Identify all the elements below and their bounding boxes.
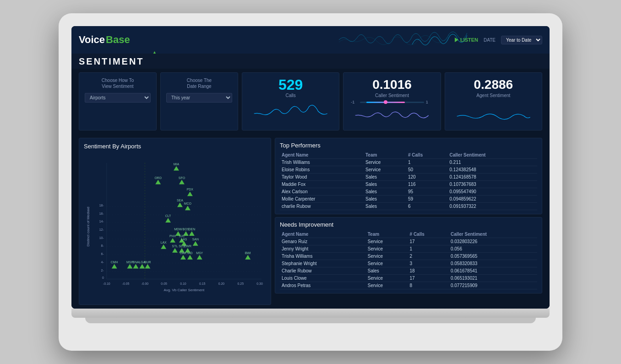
table-cell: 1 [408, 245, 449, 253]
logo-triangle-icon: ▲ [153, 50, 157, 54]
svg-text:ORD: ORD [154, 176, 161, 179]
ni-col-calls-header: # Calls [408, 231, 449, 238]
svg-text:BNA: BNA [132, 261, 139, 264]
svg-text:PDX: PDX [187, 188, 194, 191]
table-cell: 116 [406, 181, 448, 188]
caller-sentiment-card: 0.1016 Caller Sentiment -1 1 [343, 72, 441, 130]
choose-date-title: Choose The Date Range [166, 77, 232, 89]
svg-text:-0.10: -0.10 [103, 282, 110, 285]
svg-text:STL: STL [172, 244, 178, 248]
svg-marker-75 [245, 255, 251, 260]
table-cell: 120 [406, 174, 448, 181]
ni-col-caller-sentiment-header: Caller Sentiment [449, 231, 537, 238]
svg-text:DEN: DEN [188, 228, 195, 231]
table-cell: 0.065193021 [449, 275, 537, 282]
table-cell: 0.061678541 [449, 267, 537, 275]
header: VoiceBase ▲ LISTEN [71, 26, 550, 54]
table-cell: Mollie Carpenter [280, 196, 364, 203]
view-type-select[interactable]: Airports Agents Teams [85, 93, 151, 103]
table-cell: Service [366, 260, 408, 267]
calls-sparkline [248, 100, 333, 118]
wave-visualization [339, 26, 467, 54]
right-panel: Top Performers Agent Name Team # Calls C… [275, 138, 542, 305]
svg-text:EWR: EWR [184, 244, 191, 248]
table-cell: 0.056 [449, 245, 537, 253]
table-cell: Jenny Wright [280, 245, 366, 253]
svg-text:4-: 4- [101, 261, 104, 264]
svg-marker-81 [133, 264, 138, 269]
table-cell: 0.095547490 [448, 188, 538, 196]
scatter-chart-panel: Sentiment By Airports Distinct count of … [79, 138, 271, 305]
date-type-select[interactable]: This year Last year Last 6 months [166, 93, 232, 103]
svg-text:CMH: CMH [111, 261, 118, 264]
caller-sentiment-sparkline [349, 106, 435, 125]
svg-text:SEA: SEA [177, 199, 183, 202]
needs-improvement-panel: Needs Improvement Agent Name Team # Call… [275, 217, 542, 293]
table-row: Eloise RobinsService500.124382548 [280, 166, 537, 174]
table-row: Genaro RuizService170.032803226 [280, 238, 537, 245]
svg-text:0.25: 0.25 [238, 282, 244, 285]
caller-sentiment-label: Caller Sentiment [349, 93, 435, 98]
table-cell: Service [366, 245, 408, 253]
logo: VoiceBase ▲ [79, 34, 130, 46]
svg-text:-0.00: -0.00 [141, 282, 148, 285]
svg-text:18-: 18- [99, 204, 104, 207]
table-row: Andros PetrasService80.077215909 [280, 282, 537, 289]
col-team-header: Team [364, 152, 406, 159]
table-row: Mollie CarpenterSales590.094859622 [280, 196, 537, 203]
table-cell: Service [364, 166, 406, 174]
table-cell: Charlie Rubow [280, 267, 366, 275]
svg-text:2-: 2- [101, 269, 104, 272]
table-cell: Sales [364, 181, 406, 188]
svg-text:SFO: SFO [179, 176, 185, 179]
chart-title: Sentiment By Airports [84, 143, 266, 150]
table-cell: Stephanie Wright [280, 260, 366, 267]
table-cell: Service [366, 275, 408, 282]
col-agent-name-header: Agent Name [280, 152, 364, 159]
svg-marker-53 [170, 238, 175, 243]
table-cell: 18 [408, 267, 449, 275]
scatter-svg: Distinct count of Mediaid 0 2- 4- 6- 8- [84, 153, 266, 300]
table-cell: 0.107367683 [448, 181, 538, 188]
table-cell: Sales [364, 196, 406, 203]
top-performers-table: Agent Name Team # Calls Caller Sentiment… [280, 152, 537, 210]
svg-marker-37 [179, 180, 185, 185]
date-range-select[interactable]: Year to Date [501, 36, 542, 44]
svg-text:10-: 10- [99, 236, 104, 239]
caller-sentiment-slider: -1 1 [349, 100, 435, 104]
table-cell: 0.124168578 [448, 174, 538, 181]
table-cell: Maddie Fox [280, 181, 364, 188]
table-cell: 1 [406, 159, 448, 166]
svg-marker-83 [139, 264, 145, 269]
svg-text:MIA: MIA [174, 163, 180, 166]
svg-marker-69 [180, 255, 186, 260]
caller-sentiment-number: 0.1016 [349, 77, 435, 92]
table-cell: 0.057369565 [449, 253, 537, 260]
svg-text:IAD: IAD [187, 251, 193, 255]
listen-label: LISTEN [460, 37, 478, 43]
table-row: Jenny WrightService10.056 [280, 245, 537, 253]
svg-text:Distinct count of Mediaid: Distinct count of Mediaid [86, 207, 90, 247]
slider-track [360, 102, 424, 103]
table-cell: 3 [408, 260, 449, 267]
table-cell: 0.077215909 [449, 282, 537, 289]
svg-marker-45 [165, 218, 171, 223]
listen-button[interactable]: LISTEN [455, 37, 478, 43]
table-row: Trish WilliamsService10.211 [280, 159, 537, 166]
table-row: Alex CarlsonSales950.095547490 [280, 188, 537, 196]
choose-view-title: Choose How To View Sentiment [85, 77, 151, 89]
metrics-row: Choose How To View Sentiment Airports Ag… [71, 69, 550, 134]
table-cell: charlie Rubow [280, 203, 364, 210]
slider-dot [384, 100, 387, 104]
svg-text:MDW: MDW [174, 228, 182, 231]
svg-text:LAS: LAS [181, 238, 187, 241]
table-cell: Taylor Wood [280, 174, 364, 181]
svg-marker-77 [112, 264, 117, 269]
table-row: Trisha WilliamsService20.057369565 [280, 253, 537, 260]
top-performers-title: Top Performers [280, 142, 537, 149]
table-cell: Genaro Ruiz [280, 238, 366, 245]
agent-sentiment-sparkline [451, 107, 536, 125]
table-cell: Eloise Robins [280, 166, 364, 174]
table-cell: 0.094859622 [448, 196, 538, 203]
svg-text:0.05: 0.05 [161, 282, 167, 285]
